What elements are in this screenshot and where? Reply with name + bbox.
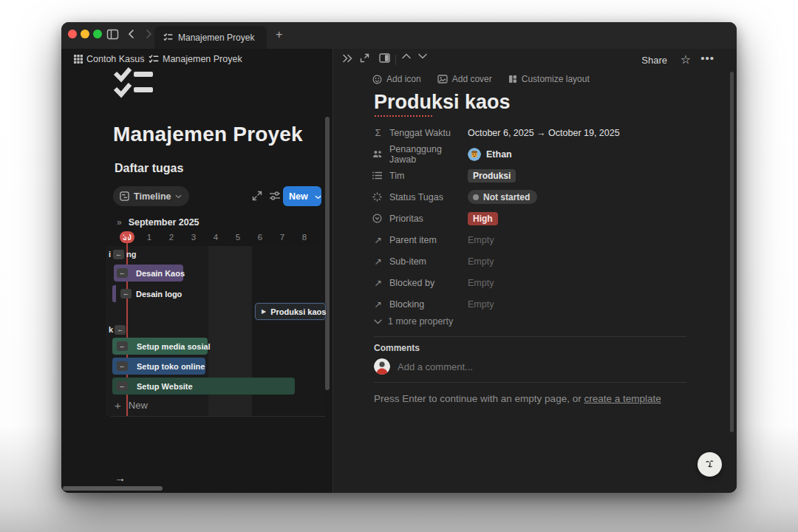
property-row[interactable]: Status Tugas Not started (372, 186, 698, 208)
property-row[interactable]: Σ Tenggat Waktu October 6, 2025 → Octobe… (372, 122, 698, 143)
date-cell[interactable]: 6 (249, 231, 271, 244)
property-row[interactable]: Tim Produksi (372, 165, 698, 186)
date-cell[interactable]: 5 (227, 231, 249, 244)
chevron-down-icon[interactable] (418, 53, 427, 59)
property-row[interactable]: ↗ Blocked by Empty (372, 272, 698, 293)
favorite-star-icon[interactable]: ☆ (681, 52, 691, 66)
property-list: Σ Tenggat Waktu October 6, 2025 → Octobe… (372, 122, 698, 315)
empty-value[interactable]: Empty (468, 235, 494, 245)
minimize-window-button[interactable] (81, 30, 89, 38)
add-cover-button[interactable]: Add cover (437, 74, 492, 84)
property-row[interactable]: Prioritas High (372, 208, 698, 229)
date-range-value[interactable]: October 6, 2025 → October 19, 2025 (468, 128, 620, 138)
document-title[interactable]: Produksi kaos (374, 91, 511, 114)
left-panel-scrollbar[interactable] (325, 117, 330, 390)
timeline-bar-label: Setup toko online (137, 362, 205, 371)
date-cell[interactable]: 1 (138, 231, 160, 244)
property-label: ↗ Parent item (372, 234, 468, 245)
timeline-bar[interactable]: ← Setup media sosial (112, 338, 208, 355)
double-chevron-right-icon[interactable]: » (117, 217, 122, 228)
page-title: Manajemen Proyek (113, 123, 303, 146)
app-window: Manajemen Proyek + Contoh Kasus / Manaje… (61, 22, 737, 493)
month-label[interactable]: September 2025 (129, 217, 200, 228)
comments-heading: Comments (374, 343, 420, 353)
breadcrumb-root[interactable]: Contoh Kasus (86, 54, 145, 64)
timeline-bar[interactable]: ← Setup Website (112, 378, 295, 395)
breadcrumb-current[interactable]: Manajemen Proyek (163, 54, 242, 64)
timeline-bar[interactable]: ← Setup toko online (112, 358, 205, 375)
view-switcher-timeline[interactable]: Timeline (113, 186, 189, 206)
nav-back-icon[interactable] (126, 28, 137, 40)
timeline-bar-clipped[interactable]: i ← ng (109, 248, 137, 260)
comment-input-row[interactable]: Add a comment... (374, 358, 473, 375)
property-row[interactable]: ↗ Parent item Empty (372, 229, 698, 250)
timeline-bar[interactable]: ← Desain Kaos (114, 265, 183, 282)
notion-ai-button[interactable] (698, 452, 722, 477)
tag-value[interactable]: Produksi (468, 169, 516, 183)
date-cell[interactable]: 8 (293, 231, 316, 244)
status-pill[interactable]: Not started (468, 190, 537, 204)
add-icon-button[interactable]: Add icon (372, 74, 421, 84)
priority-value[interactable]: High (468, 212, 498, 225)
relation-arrow-icon: ↗ (372, 277, 383, 288)
property-row[interactable]: ↗ Blocking Empty (372, 293, 698, 315)
plus-icon: + (115, 399, 121, 412)
empty-value[interactable]: Empty (468, 278, 494, 288)
clipped-label-fragment: k (109, 325, 113, 334)
horizontal-scrollbar[interactable] (63, 486, 163, 491)
extends-left-icon: ← (113, 250, 124, 259)
right-panel-scrollbar[interactable] (730, 72, 734, 432)
new-item-button[interactable]: New (283, 186, 321, 206)
date-cell[interactable]: 2 (160, 231, 183, 244)
section-divider (374, 382, 686, 383)
people-icon (372, 150, 383, 158)
timeline-bar[interactable]: ← Desain logo (112, 285, 182, 302)
sidebar-toggle-icon[interactable] (106, 28, 119, 41)
more-properties-label: 1 more property (388, 316, 453, 327)
create-template-link[interactable]: create a template (584, 393, 661, 404)
customize-layout-button[interactable]: Customize layout (508, 74, 590, 84)
chevron-down-icon[interactable] (313, 194, 324, 200)
date-cell[interactable]: 4 (205, 231, 227, 244)
browser-tab[interactable]: Manajemen Proyek (154, 26, 267, 49)
side-peek-mode-icon[interactable] (379, 53, 390, 63)
extends-left-icon: ← (117, 361, 128, 371)
close-window-button[interactable] (68, 30, 77, 38)
rollup-sum-icon: Σ (372, 127, 383, 138)
property-row[interactable]: Penanggung Jawab Ethan (372, 143, 698, 165)
today-marker-dot (124, 232, 129, 237)
date-cell[interactable]: 3 (183, 231, 205, 244)
nav-forward-icon[interactable] (143, 28, 154, 40)
open-item-triangle-icon[interactable]: ▶ (262, 308, 266, 315)
zoom-window-button[interactable] (93, 30, 102, 38)
status-value[interactable]: Not started (468, 190, 537, 204)
new-tab-button[interactable]: + (276, 27, 282, 42)
breadcrumb-separator: / (140, 54, 143, 64)
close-peek-double-chevron-icon[interactable] (342, 53, 353, 64)
timeline-bottom-divider (111, 416, 325, 417)
chevron-up-icon[interactable] (402, 53, 411, 59)
property-row[interactable]: ↗ Sub-item Empty (372, 250, 698, 272)
expand-view-icon[interactable] (252, 191, 262, 201)
more-options-icon[interactable]: ••• (700, 52, 715, 64)
share-button[interactable]: Share (641, 55, 667, 66)
timeline-bar-label: Produksi kaos (270, 307, 326, 316)
tag-produksi[interactable]: Produksi (468, 169, 516, 183)
more-properties-toggle[interactable]: 1 more property (374, 316, 453, 327)
timeline-month-header: » September 2025 (117, 217, 200, 228)
tag-high[interactable]: High (468, 212, 498, 225)
tab-bar: Manajemen Proyek + (61, 22, 737, 49)
timeline-bar-selected[interactable]: ▶ Produksi kaos (255, 303, 326, 320)
timeline-bar-clipped[interactable]: k ← (109, 324, 126, 335)
workspace-grid-icon (73, 54, 83, 64)
person-value[interactable]: Ethan (468, 148, 512, 161)
empty-value[interactable]: Empty (468, 256, 494, 267)
clipped-label-fragment: ng (126, 250, 136, 259)
timeline-add-row[interactable]: + New (115, 399, 148, 412)
date-cell[interactable]: 7 (271, 231, 293, 244)
empty-value[interactable]: Empty (468, 299, 494, 310)
scroll-right-arrow-icon[interactable]: → (115, 471, 126, 484)
filter-settings-icon[interactable] (270, 191, 280, 200)
expand-page-icon[interactable] (360, 53, 369, 63)
comment-placeholder[interactable]: Add a comment... (398, 361, 473, 372)
